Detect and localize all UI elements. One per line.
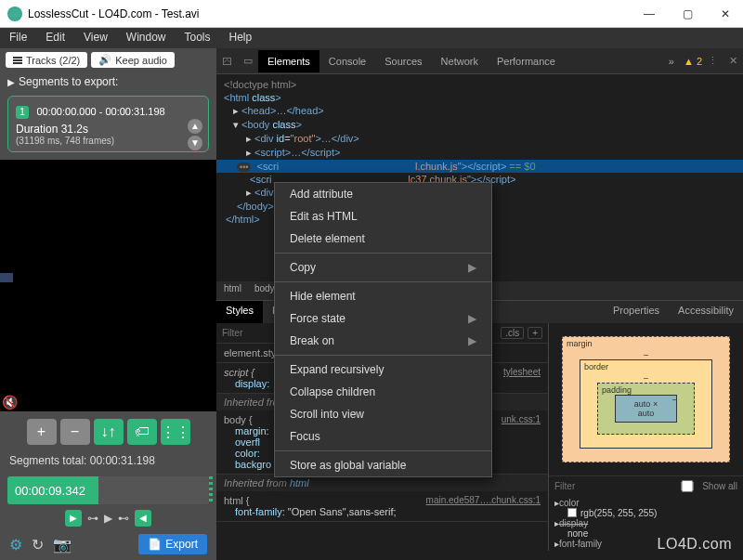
- body-css-link[interactable]: unk.css:1: [502, 414, 541, 424]
- segment-range: 00:00:00.000 - 00:00:31.198: [36, 106, 164, 117]
- remove-segment-button[interactable]: −: [60, 419, 90, 445]
- window-title: LosslessCut - LO4D.com - Test.avi: [28, 7, 200, 20]
- add-rule-button[interactable]: +: [528, 327, 542, 339]
- rotate-icon[interactable]: ↻: [32, 536, 44, 553]
- tracks-label: Tracks (2/2): [26, 55, 80, 66]
- context-menu: Add attribute Edit as HTML Delete elemen…: [274, 182, 492, 477]
- show-all-label: Show all: [702, 481, 737, 491]
- box-model[interactable]: margin – border – padding – auto × auto: [549, 323, 743, 475]
- snapshot-icon[interactable]: 📷: [53, 536, 72, 553]
- segment-number-badge: 1: [16, 106, 29, 119]
- export-icon: 📄: [148, 538, 162, 551]
- current-time-display[interactable]: 00:00:09.342: [7, 476, 209, 504]
- export-button[interactable]: 📄 Export: [138, 534, 207, 554]
- box-model-content: auto × auto: [615, 395, 677, 423]
- dom-script1[interactable]: <script>…</script>: [254, 147, 340, 158]
- segments-total-label: Segments total:: [9, 454, 86, 467]
- device-toggle-icon[interactable]: ▭: [238, 55, 258, 67]
- menu-edit[interactable]: Edit: [36, 28, 74, 48]
- thumbnail-strip: [0, 273, 13, 282]
- ctx-edit-as-html[interactable]: Edit as HTML: [275, 205, 491, 228]
- prev-keyframe-button[interactable]: ⊶: [87, 512, 98, 525]
- app-logo-icon: [7, 7, 22, 21]
- app-sidebar: Tracks (2/2) 🔊 Keep audio ▶ Segments to …: [0, 48, 216, 560]
- list-icon: [13, 57, 22, 64]
- tab-network[interactable]: Network: [432, 50, 488, 72]
- ctx-copy[interactable]: Copy▶: [275, 256, 491, 279]
- segments-header: ▶ Segments to export:: [0, 72, 216, 92]
- dom-selected-line[interactable]: ••• <scri________________________l.chunk…: [216, 160, 743, 173]
- add-segment-button[interactable]: +: [27, 419, 57, 445]
- time-cursor: [209, 476, 213, 504]
- ctx-focus[interactable]: Focus: [275, 425, 491, 448]
- segment-duration: Duration 31.2s: [16, 123, 201, 136]
- ctx-collapse-children[interactable]: Collapse children: [275, 381, 491, 403]
- split-button[interactable]: ⋮⋮: [161, 419, 190, 445]
- devtools-tabbar: ⮹ ▭ Elements Console Sources Network Per…: [216, 48, 743, 74]
- tag-button[interactable]: 🏷: [127, 419, 157, 445]
- keep-audio-label: Keep audio: [115, 55, 167, 66]
- tab-performance[interactable]: Performance: [488, 50, 565, 72]
- chevron-right-icon[interactable]: ▶: [7, 77, 15, 87]
- tab-properties[interactable]: Properties: [604, 301, 669, 323]
- segments-header-label: Segments to export:: [19, 75, 118, 88]
- ctx-store-global[interactable]: Store as global variable: [275, 454, 491, 476]
- segment-meta: (31198 ms, 748 frames): [16, 136, 201, 146]
- window-close-button[interactable]: ✕: [715, 7, 736, 20]
- devtools-menu-icon[interactable]: ⋮: [702, 55, 723, 67]
- cls-toggle[interactable]: .cls: [501, 327, 524, 339]
- segment-move-down-button[interactable]: ▼: [188, 136, 202, 150]
- window-minimize-button[interactable]: —: [638, 7, 660, 20]
- next-keyframe-button[interactable]: ⊷: [118, 512, 129, 525]
- segment-move-up-button[interactable]: ▲: [188, 119, 202, 134]
- crumb-body[interactable]: body: [254, 283, 275, 293]
- menu-bar: File Edit View Window Tools Help: [0, 28, 743, 48]
- watermark: LO4D.com: [658, 536, 732, 553]
- computed-filter-input[interactable]: [554, 481, 672, 491]
- more-tabs-button[interactable]: »: [659, 50, 684, 72]
- ctx-expand-recursively[interactable]: Expand recursively: [275, 358, 491, 381]
- ctx-hide-element[interactable]: Hide element: [275, 285, 491, 307]
- cut-start-button[interactable]: ▶: [65, 510, 82, 527]
- warning-indicator[interactable]: ▲ 2: [684, 56, 702, 67]
- inspect-element-icon[interactable]: ⮹: [216, 56, 238, 67]
- window-titlebar: LosslessCut - LO4D.com - Test.avi — ▢ ✕: [0, 0, 743, 28]
- menu-help[interactable]: Help: [220, 28, 262, 48]
- dom-head[interactable]: <head>…</head>: [241, 105, 324, 116]
- tracks-button[interactable]: Tracks (2/2): [6, 52, 87, 68]
- settings-icon[interactable]: ⚙: [9, 536, 22, 553]
- menu-file[interactable]: File: [0, 28, 36, 48]
- ctx-break-on[interactable]: Break on▶: [275, 330, 491, 352]
- video-preview[interactable]: 🔇: [0, 160, 216, 411]
- devtools-close-icon[interactable]: ✕: [723, 55, 743, 67]
- play-button[interactable]: ▶: [104, 512, 112, 525]
- speaker-icon: 🔊: [98, 54, 111, 66]
- stylesheet-link[interactable]: tylesheet: [503, 367, 541, 377]
- tab-accessibility[interactable]: Accessibility: [669, 301, 743, 323]
- menu-tools[interactable]: Tools: [176, 28, 220, 48]
- segments-total-value: 00:00:31.198: [90, 454, 155, 467]
- ctx-add-attribute[interactable]: Add attribute: [275, 183, 491, 205]
- mute-button[interactable]: 🔇: [2, 395, 18, 410]
- show-all-checkbox[interactable]: [672, 480, 702, 492]
- tab-sources[interactable]: Sources: [375, 50, 431, 72]
- html-css-link[interactable]: main.ede587….chunk.css:1: [426, 495, 541, 505]
- menu-window[interactable]: Window: [117, 28, 176, 48]
- color-swatch[interactable]: [567, 508, 577, 517]
- export-label: Export: [165, 538, 198, 551]
- ctx-delete-element[interactable]: Delete element: [275, 228, 491, 250]
- element-style-selector[interactable]: element.sty: [224, 347, 276, 358]
- sort-button[interactable]: ↓↑: [94, 419, 124, 445]
- ctx-scroll-into-view[interactable]: Scroll into view: [275, 403, 491, 425]
- crumb-html[interactable]: html: [224, 283, 241, 293]
- tab-elements[interactable]: Elements: [258, 50, 319, 72]
- tab-console[interactable]: Console: [319, 50, 375, 72]
- window-maximize-button[interactable]: ▢: [677, 7, 698, 20]
- keep-audio-button[interactable]: 🔊 Keep audio: [91, 52, 175, 68]
- cut-end-button[interactable]: ◀: [135, 510, 151, 527]
- ctx-force-state[interactable]: Force state▶: [275, 307, 491, 330]
- current-time-value: 00:00:09.342: [15, 484, 85, 498]
- segment-card[interactable]: 1 00:00:00.000 - 00:00:31.198 Duration 3…: [7, 96, 209, 152]
- menu-view[interactable]: View: [74, 28, 117, 48]
- tab-styles[interactable]: Styles: [216, 301, 263, 323]
